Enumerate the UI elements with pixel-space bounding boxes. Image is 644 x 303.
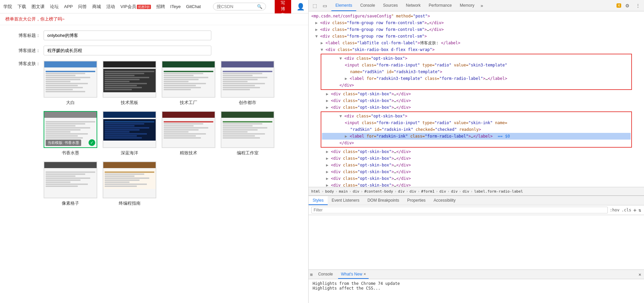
dom-line-24[interactable]: ▶ <div class="opt-skin-box">…</div> — [309, 175, 644, 182]
nav-gitchat[interactable]: GitChat — [186, 4, 201, 9]
bc-div6[interactable]: div — [463, 189, 469, 194]
nav-app[interactable]: APP — [64, 4, 73, 9]
dom-line-19[interactable]: </div> — [322, 140, 631, 146]
style-tab-accessibility[interactable]: Accessibility — [430, 196, 460, 205]
tab-performance[interactable]: Performance — [425, 0, 456, 11]
bc-div5[interactable]: div — [451, 189, 458, 194]
nav-wenda[interactable]: 问答 — [78, 4, 87, 10]
bc-div2[interactable]: div — [398, 189, 405, 194]
filter-cls[interactable]: .cls — [622, 208, 631, 212]
bc-label[interactable]: label.form-radio-label — [474, 189, 523, 194]
skin-deepblue[interactable]: 深蓝海洋 — [103, 111, 156, 156]
nav-shangcheng[interactable]: 商城 — [92, 4, 101, 10]
dom-line-25[interactable]: ▶ <div class="opt-skin-box">…</div> — [309, 182, 644, 187]
console-tab-whats-new[interactable]: What's New × — [338, 270, 369, 279]
bc-div3[interactable]: div — [410, 189, 416, 194]
bc-content-body[interactable]: #content-body — [364, 189, 393, 194]
console-close-button[interactable]: × — [637, 272, 643, 277]
console-menu-icon[interactable]: ≡ — [310, 272, 313, 277]
skin-refined-tech[interactable]: 精致技术 — [162, 111, 215, 156]
bc-main[interactable]: main — [339, 189, 348, 194]
nav-xueyuan[interactable]: 学院 — [3, 4, 12, 10]
avatar-icon[interactable]: 👤 — [297, 3, 305, 11]
dots-menu-button[interactable]: ⋮ — [633, 1, 643, 10]
dom-line-14[interactable]: ▶ <div class="opt-skin-box">…</div> — [309, 104, 644, 111]
skin-techfactory[interactable]: 技术工厂 — [162, 61, 215, 106]
dom-line-2[interactable]: ▶ <div class="form-group row form-contro… — [309, 19, 644, 26]
skin-pixel-thumb — [44, 161, 97, 198]
nav-luntan[interactable]: 论坛 — [50, 4, 59, 10]
console-tab-console[interactable]: Console — [315, 270, 335, 279]
bc-form1[interactable]: #form1 — [421, 189, 435, 194]
nav-zhaopin[interactable]: 招聘 — [156, 4, 165, 10]
tab-console[interactable]: Console — [356, 0, 379, 11]
style-tab-styles[interactable]: Styles — [309, 196, 328, 205]
dom-line-6[interactable]: ▼ <div class="skin-radio-box d-flex flex… — [309, 46, 644, 53]
style-tab-properties[interactable]: Properties — [403, 196, 430, 205]
bc-html[interactable]: html — [311, 189, 320, 194]
dom-line-1[interactable]: <mp.csdn.net/configure/saveConfig" metho… — [309, 13, 644, 19]
skin-final-guide[interactable]: 终编程指南 — [103, 161, 156, 206]
dom-line-12[interactable]: ▶ <div class="opt-skin-box">…</div> — [309, 91, 644, 97]
dom-line-17[interactable]: "radSkin" id="radskin-ink" checked="chec… — [322, 126, 631, 133]
tab-elements[interactable]: Elements — [331, 0, 356, 11]
breadcrumb-bar: html › body › main › div › #content-body… — [309, 187, 644, 196]
nav-xiazai[interactable]: 下载 — [17, 4, 26, 10]
dom-line-11[interactable]: </div> — [322, 82, 631, 89]
filter-hov[interactable]: :hov — [610, 208, 620, 212]
dom-line-18[interactable]: ▶ <label for="radskin-ink" class="form-r… — [322, 133, 631, 140]
filter-plus[interactable]: + — [633, 207, 637, 213]
dom-line-3[interactable]: ▶ <div class="form-group row form-contro… — [309, 26, 644, 33]
dom-line-15[interactable]: ▼ <div class="opt-skin-box"> — [322, 113, 631, 119]
nav-tuwenke[interactable]: 图文课 — [32, 4, 45, 10]
dom-line-16[interactable]: <input class="form-radio-input" type="ra… — [322, 119, 631, 126]
style-tab-event-listeners[interactable]: Event Listeners — [328, 196, 364, 205]
style-tab-dom-breakpoints[interactable]: DOM Breakpoints — [363, 196, 403, 205]
skin-creative-city[interactable]: 创作都市 — [221, 61, 274, 106]
red-banner: 榜单首次大公开，你上榜了吗~ — [0, 13, 308, 25]
nav-huodong[interactable]: 活动 — [106, 4, 115, 10]
skin-label: 博客皮肤： — [13, 61, 40, 67]
dom-line-8[interactable]: <input class="form-radio-input" type="ra… — [322, 62, 631, 68]
nav-vip[interactable]: VIP会员优惠9折 — [120, 4, 151, 10]
console-content: Highlights from the Chrome 74 update Hig… — [309, 279, 644, 303]
skin-prog-studio[interactable]: 编程工作室 — [221, 111, 274, 156]
filter-input[interactable] — [311, 207, 608, 213]
skin-ink[interactable]: 当前模版: 书香水墨 ✓ 书香水墨 — [44, 111, 97, 156]
selected-check: ✓ — [89, 139, 95, 146]
dom-line-4[interactable]: ▼ <div class="form-group row form-contro… — [309, 33, 644, 40]
dom-line-20[interactable]: ▶ <div class="opt-skin-box">…</div> — [309, 148, 644, 155]
desc-input[interactable] — [44, 46, 211, 55]
devtools-right-icons: 4 ⚙ ⋮ — [614, 1, 643, 10]
dom-line-9[interactable]: name="radSkin" id="radskin3-template"> — [322, 68, 631, 75]
tab-network[interactable]: Network — [402, 0, 425, 11]
bc-sep-9: › — [447, 189, 450, 194]
dom-line-7[interactable]: ▼ <div class="opt-skin-box"> — [322, 55, 631, 62]
console-panel: ≡ Console What's New × × Highlights from… — [309, 269, 644, 303]
dom-line-5[interactable]: ▶ <label class="labTitle col-form-label"… — [309, 40, 644, 46]
settings-button[interactable]: ⚙ — [623, 1, 632, 10]
whats-new-close-icon[interactable]: × — [364, 272, 366, 276]
nav-iteye[interactable]: ITeye — [170, 4, 181, 9]
skin-grid-container: 大白 — [44, 61, 274, 206]
title-input[interactable] — [44, 31, 211, 40]
dom-line-21[interactable]: ▶ <div class="opt-skin-box">…</div> — [309, 155, 644, 162]
bc-div1[interactable]: div — [353, 189, 359, 194]
tab-sources[interactable]: Sources — [379, 0, 402, 11]
bc-div4[interactable]: div — [439, 189, 446, 194]
skin-blackboard[interactable]: 技术黑板 — [103, 61, 156, 106]
dom-line-23[interactable]: ▶ <div class="opt-skin-box">…</div> — [309, 168, 644, 175]
skin-techfactory-thumb — [162, 61, 215, 98]
cursor-button[interactable]: ⬚ — [310, 1, 319, 10]
skin-dabai[interactable]: 大白 — [44, 61, 97, 106]
search-input[interactable] — [217, 4, 257, 9]
filter-arrows[interactable]: ⇅ — [639, 207, 641, 213]
dom-line-22[interactable]: ▶ <div class="opt-skin-box">…</div> — [309, 162, 644, 168]
tab-memory[interactable]: Memory — [456, 0, 478, 11]
tab-more[interactable]: » — [478, 0, 485, 11]
dom-line-10[interactable]: ▶ <label for="radskin3-template" class="… — [322, 75, 631, 82]
bc-body[interactable]: body — [325, 189, 334, 194]
mobile-button[interactable]: ▭ — [320, 1, 329, 10]
dom-line-13[interactable]: ▶ <div class="opt-skin-box">…</div> — [309, 97, 644, 104]
skin-pixel[interactable]: 像素格子 — [44, 161, 97, 206]
